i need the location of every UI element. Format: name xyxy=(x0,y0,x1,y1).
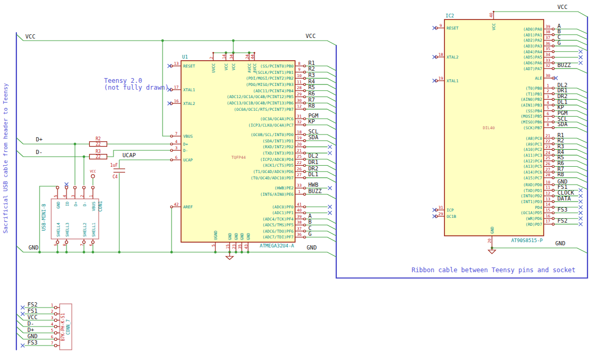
pin-name: (ADC1)PF1 xyxy=(272,210,293,215)
pin-name: (A13)PC5 xyxy=(523,164,542,169)
pin-name: (SCLK/PCINT1)PB1 xyxy=(255,70,293,75)
pin-end xyxy=(552,110,554,112)
wire xyxy=(16,150,23,157)
net-label-SCL: SCL xyxy=(308,128,318,135)
pin-end xyxy=(304,218,306,220)
bus-entry xyxy=(327,91,336,95)
pin-number: 2 xyxy=(209,56,214,59)
pin-number: 34 xyxy=(545,52,551,57)
bus-entry xyxy=(16,314,23,320)
net-label-FS3: FS3 xyxy=(27,339,37,346)
pin-name: XTAL1 xyxy=(183,88,195,92)
pin-end xyxy=(304,108,306,110)
pin-number: 15 xyxy=(225,244,230,249)
pin-end xyxy=(74,186,77,189)
pin-name: (ADC11/PCINT4)PB4 xyxy=(253,89,293,93)
net-label-DL1: DL1 xyxy=(308,171,318,177)
pin-end xyxy=(304,96,306,98)
pin-number: 40 xyxy=(489,12,494,17)
pin-number: 5 xyxy=(547,106,549,110)
net-label-FS3: FS3 xyxy=(557,206,567,213)
wire xyxy=(492,248,587,253)
pin-number: 28 xyxy=(545,173,551,177)
pin-name: D- xyxy=(82,202,87,206)
net-label-HWB: HWB xyxy=(308,181,318,188)
pin-name: (OC3A/OC4A)PC6 xyxy=(260,117,294,121)
junction-dot xyxy=(241,251,243,254)
pin-number: 31 xyxy=(297,114,301,119)
pin-number: 12 xyxy=(545,191,550,196)
pin-name: UVCC xyxy=(211,63,216,73)
net-label-FS2: FS2 xyxy=(557,217,567,224)
pin-end xyxy=(304,165,306,167)
pin-end xyxy=(435,80,438,82)
pin-number: 5 xyxy=(51,328,53,333)
pin-name: ICP xyxy=(447,208,454,213)
pin-end xyxy=(170,149,173,151)
sacrificial-usb-note: Sacrificial USB cable from header to Tee… xyxy=(2,83,9,233)
net-label-DL2: DL2 xyxy=(308,152,318,159)
pin-number: 2 xyxy=(547,89,549,93)
pin-name: (AD4)PA4 xyxy=(523,50,543,54)
pin-end xyxy=(552,45,554,47)
pin-name: SHELL3 xyxy=(65,223,70,237)
bus-entry xyxy=(327,119,336,123)
pin-end xyxy=(552,56,554,59)
bus-entry xyxy=(327,109,336,114)
pin-end xyxy=(552,160,554,162)
pin-number: 20 xyxy=(487,238,492,244)
bus-entry xyxy=(577,94,587,99)
bus-entry xyxy=(16,327,23,333)
bus-entry xyxy=(577,128,587,132)
pin-name: (A10)PC2 xyxy=(523,147,542,152)
net-label-A: A xyxy=(308,213,312,219)
pin-end xyxy=(552,184,554,186)
pin-number: 6 xyxy=(547,111,549,116)
bus-entry xyxy=(327,219,336,224)
junction-dot xyxy=(56,251,59,254)
net-label-FS1: FS1 xyxy=(27,308,37,314)
pin-number: 6 xyxy=(51,334,53,339)
pin-name: VCC xyxy=(491,23,496,31)
pin-end xyxy=(304,230,306,232)
bus-entry xyxy=(577,178,587,183)
power-label-GND: GND xyxy=(307,244,317,251)
bus-entry xyxy=(577,105,587,110)
no-connect-icon xyxy=(65,183,69,186)
pin-name: (ADC13/OC1B/OC4B/PCINT13)PB6 xyxy=(227,101,294,106)
pin-name: (OC0B/SCL/INT0)PD0 xyxy=(251,132,294,137)
pin-number: 6 xyxy=(175,155,178,160)
pin-name: D+ xyxy=(183,142,188,147)
pin-end xyxy=(170,206,173,208)
pin-end xyxy=(552,177,554,179)
wire xyxy=(16,246,23,252)
gnd-symbol xyxy=(226,256,233,260)
pin-name: (A8)PC0 xyxy=(525,136,542,141)
pin-number: 7 xyxy=(80,244,84,246)
junction-dot xyxy=(83,251,86,254)
pin-number: 19 xyxy=(438,76,443,81)
pin-number: 24 xyxy=(545,150,551,155)
pin-name: XTAL1 xyxy=(447,79,459,83)
net-label-G: G xyxy=(557,40,561,46)
pin-number: 44 xyxy=(250,54,255,59)
pin-name: (A11)PC3 xyxy=(523,153,542,158)
net-label-DATA: DATA xyxy=(557,195,571,202)
pin-number: 36 xyxy=(297,232,302,237)
pin-end xyxy=(304,90,306,92)
pin-number: 23 xyxy=(545,145,550,149)
pin-number: 36 xyxy=(545,41,551,46)
pin-name: (MISO)PB6 xyxy=(520,120,542,124)
pin-name: (AD1)PA1 xyxy=(523,33,542,37)
pin-number: 29 xyxy=(297,92,301,97)
bus-entry xyxy=(327,194,336,199)
pin-end xyxy=(54,325,57,328)
pin-name: AREF xyxy=(183,205,193,209)
bus-entry xyxy=(577,99,587,104)
teensy-note-line1: Teensy 2.0 xyxy=(104,77,142,84)
pin-name: RESET xyxy=(447,26,459,31)
pin-name: XTAL2 xyxy=(183,101,195,106)
u1-value: ATMEGA32U4-A xyxy=(260,243,295,248)
power-label-VCC: VCC xyxy=(306,33,316,39)
net-label-D+: D+ xyxy=(27,327,34,333)
